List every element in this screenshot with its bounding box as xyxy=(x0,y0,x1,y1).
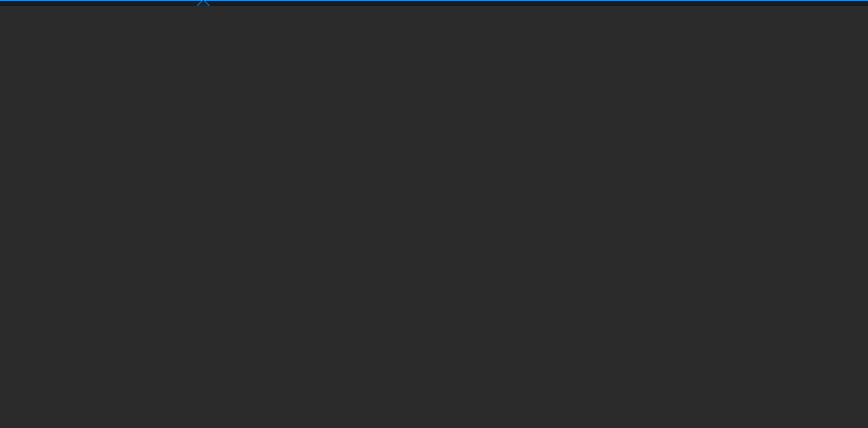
peek-breadcrumb[interactable] xyxy=(0,0,868,6)
code-editor[interactable] xyxy=(0,0,868,428)
